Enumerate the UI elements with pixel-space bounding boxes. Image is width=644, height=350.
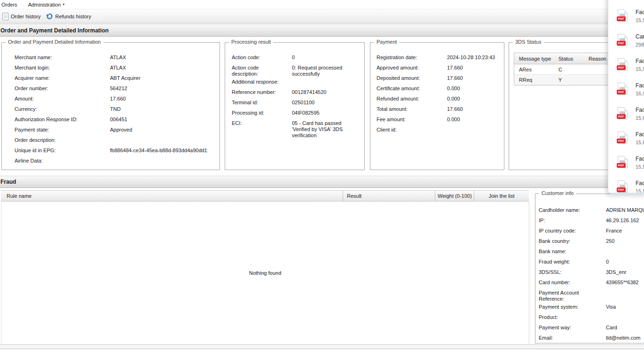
field-value: 0.000 [447, 94, 501, 102]
download-title: Fac [636, 107, 644, 113]
field-value: 2024-10-28 10:23:43 [447, 53, 501, 61]
field-value: 006451 [110, 115, 217, 123]
field-label: Payment system: [539, 302, 599, 310]
field-row: Bank name: [539, 247, 644, 257]
pdf-badge: PDF [617, 114, 626, 119]
field-value: 04IF082595 [292, 108, 361, 116]
field-value: 250 [606, 236, 644, 244]
download-item[interactable]: PDF Fac 15,6 [608, 107, 644, 131]
field-value: 46.29.126.162 [606, 216, 644, 224]
pdf-file-icon: PDF [618, 107, 628, 119]
field-label: Payment Account Reference: [539, 288, 599, 302]
field-value: ATLAX [110, 63, 217, 71]
field-value: 0 [606, 257, 644, 265]
download-size: 298 [636, 42, 644, 47]
field-row: Order number: 564212 [15, 84, 217, 94]
three-ds-status-legend: 3DS Status [513, 39, 544, 45]
field-value: ATLAX [110, 53, 217, 61]
download-title: Fac [636, 82, 644, 89]
field-row: Reference number: 001287414520 [232, 87, 361, 98]
page-title: Order and Payment Detailed Information [0, 24, 644, 37]
processing-result-legend: Processing result [229, 39, 273, 45]
download-item[interactable]: PDF Fac 15,5 [608, 58, 644, 82]
field-label: Unique id in EPG: [15, 146, 110, 154]
download-title: Fac [636, 58, 644, 64]
field-label: Cardholder name: [539, 205, 599, 213]
field-value: Approved [110, 125, 217, 133]
field-row: Unique id in EPG: fb886484-ce34-45ea-b88… [15, 146, 217, 156]
field-value: ABT Acquirer [110, 73, 217, 81]
order-history-label: Order history [11, 14, 41, 19]
field-row: Payment Account Reference: [539, 288, 644, 302]
cell-status: C [558, 67, 587, 72]
field-row: Payment system: Visa [539, 302, 644, 312]
download-item[interactable]: PDF Fac 15,5 [608, 156, 644, 180]
field-label: IP: [539, 216, 599, 224]
pdf-badge: PDF [617, 163, 626, 168]
field-value: 17.660 [447, 104, 501, 112]
pdf-file-icon: PDF [618, 132, 628, 144]
field-row: Currency: TND [15, 104, 217, 115]
download-item[interactable]: PDF Fac 15,5 [608, 9, 644, 33]
field-row: Client id: [377, 125, 501, 135]
menu-orders[interactable]: Orders [0, 1, 22, 8]
download-title: Fac [636, 9, 644, 16]
field-row: Airline Data: [15, 156, 217, 166]
field-row: 3DS/SSL: 3DS_enr [539, 267, 644, 278]
processing-result-panel: Processing result Action code: 0 Action … [225, 42, 365, 170]
download-size: 15,5 [636, 17, 644, 23]
field-row: Fraud weight: 0 [539, 257, 644, 267]
menu-administration-label: Administration [28, 2, 61, 8]
field-label: Fee amount: [377, 115, 447, 123]
field-row: Terminal id: 02501100 [232, 98, 361, 108]
download-item[interactable]: PDF Fac 15,6 [608, 131, 644, 156]
download-item[interactable]: PDF Fac 15,5 [608, 180, 644, 194]
menubar: Orders Administration ▾ [0, 0, 644, 9]
refunds-history-label: Refunds history [55, 14, 91, 19]
column-header-join-the-list: Join the list [474, 191, 529, 201]
field-label: Certificate amount: [377, 84, 447, 92]
column-header-rule-name: Rule name [1, 193, 343, 199]
field-label: Merchant name: [15, 53, 110, 61]
field-value: 0.000 [447, 84, 501, 92]
refunds-history-button[interactable]: Refunds history [44, 11, 94, 21]
download-size: 15,5 [636, 188, 644, 194]
field-value: 05 - Card has passed 'Verified by VISA' … [292, 118, 361, 139]
field-label: Currency: [15, 104, 110, 112]
fraud-table-header: Rule name Result Weight (0-100) Join the… [1, 190, 529, 202]
payment-admin-screen: Orders Administration ▾ Order history Re… [0, 0, 644, 350]
field-label: Additional response: [232, 77, 284, 85]
bottom-divider [0, 344, 644, 348]
field-row: Acquirer name: ABT Acquirer [15, 73, 217, 84]
field-value [110, 135, 217, 137]
field-row: Payment state: Approved [15, 125, 217, 135]
download-size: 16,9 [636, 91, 644, 96]
download-title: Car [636, 33, 644, 40]
download-item[interactable]: PDF Fac 16,9 [608, 82, 644, 107]
field-row: Refunded amount: 0.000 [377, 94, 501, 104]
field-value: 564212 [110, 84, 217, 92]
field-label: Reference number: [232, 87, 284, 95]
field-label: Payment way: [539, 323, 599, 331]
field-value: tld@netim.com [606, 333, 644, 341]
pdf-badge: PDF [617, 16, 626, 21]
field-value: 001287414520 [292, 87, 361, 95]
download-item[interactable]: PDF Car 298 [608, 33, 644, 58]
field-label: Client id: [377, 125, 447, 133]
field-label: Approved amount: [377, 63, 447, 71]
toolbar-separator [99, 12, 100, 21]
field-value: 439655**6382 [606, 278, 644, 286]
pdf-badge: PDF [617, 65, 626, 70]
field-label: ECI: [232, 118, 284, 126]
menu-orders-label: Orders [1, 2, 17, 8]
field-row: Action code: 0 [232, 53, 361, 63]
field-label: Order number: [15, 84, 110, 92]
toolbar: Order history Refunds history [0, 9, 644, 23]
order-history-button[interactable]: Order history [1, 11, 44, 22]
menu-administration[interactable]: Administration ▾ [22, 1, 69, 8]
download-title: Fac [636, 156, 644, 162]
field-label: Order description: [15, 135, 110, 143]
pdf-badge: PDF [617, 41, 626, 46]
field-value: France [606, 226, 644, 234]
customer-info-legend: Customer info [539, 190, 576, 196]
